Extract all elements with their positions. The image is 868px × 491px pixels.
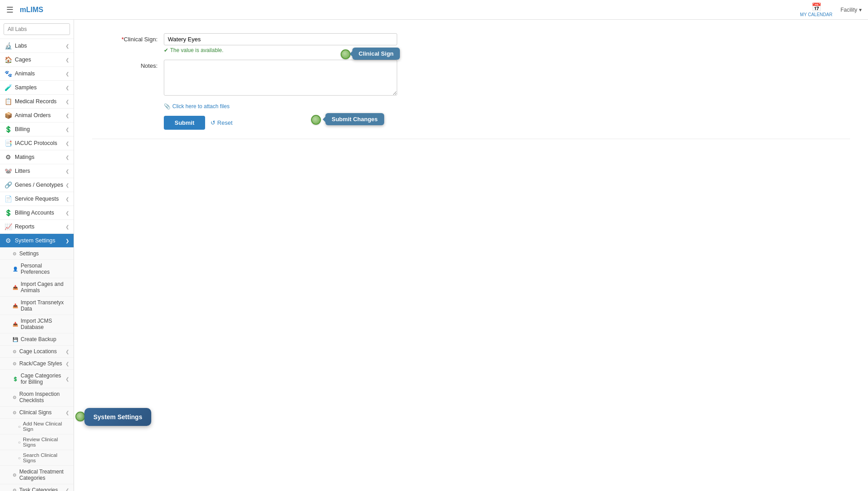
add-clinical-sign-icon: ○	[18, 424, 21, 429]
attach-files-link[interactable]: 📎 Click here to attach files	[164, 103, 397, 110]
sub-item-import-transnetyx[interactable]: 📥 Import Transnetyx Data	[0, 297, 74, 315]
sub-item-label: Settings	[19, 250, 39, 257]
medical-records-icon: 📋	[4, 98, 12, 105]
sub-item-label: Cage Locations	[19, 348, 57, 355]
litters-icon: 🐭	[4, 167, 12, 175]
sidebar-item-litters[interactable]: 🐭 Litters ❮	[0, 164, 74, 178]
sub-sub-item-label: Review Clinical Signs	[23, 437, 69, 447]
sidebar-item-cages[interactable]: 🏠 Cages ❮	[0, 53, 74, 67]
sidebar-item-billing[interactable]: 💲 Billing ❮	[0, 123, 74, 136]
sub-item-review-clinical-signs[interactable]: ○ Review Clinical Signs	[0, 434, 74, 450]
submit-connector-dot	[311, 115, 321, 125]
sub-item-label: Task Categories	[19, 487, 58, 491]
rack-cage-icon: ⚙	[13, 361, 17, 366]
sub-item-settings[interactable]: ⚙ Settings	[0, 248, 74, 260]
submit-button[interactable]: Submit	[164, 116, 205, 130]
app-title: mLIMS	[20, 6, 43, 14]
sub-item-import-jcms[interactable]: 📥 Import JCMS Database	[0, 315, 74, 333]
system-settings-icon: ⚙	[4, 237, 12, 244]
labs-icon: 🔬	[4, 42, 12, 49]
chevron-icon: ❮	[66, 71, 69, 76]
content-divider	[92, 139, 850, 139]
cages-icon: 🏠	[4, 56, 12, 63]
chevron-icon: ❮	[66, 361, 69, 366]
sidebar-item-samples[interactable]: 🧪 Samples ❮	[0, 81, 74, 95]
sidebar: 🔬 Labs ❮ 🏠 Cages ❮ 🐾 Animals ❮ 🧪 Samples	[0, 20, 74, 491]
sub-item-label: Room Inspection Checklists	[19, 391, 69, 403]
sub-item-task-categories[interactable]: ⚙ Task Categories ❮	[0, 484, 74, 491]
chevron-icon: ❮	[66, 169, 69, 174]
topbar-left: ☰ mLIMS	[6, 5, 43, 15]
sub-item-rack-cage-styles[interactable]: ⚙ Rack/Cage Styles ❮	[0, 358, 74, 370]
sidebar-item-matings[interactable]: ⚙ Matings ❮	[0, 150, 74, 164]
chevron-icon: ❮	[66, 57, 69, 62]
topbar-right: 📅 MY CALENDAR Facility ▾	[800, 2, 862, 17]
sidebar-item-label: Matings	[15, 154, 35, 160]
sidebar-item-service-requests[interactable]: 📄 Service Requests ❮	[0, 192, 74, 206]
task-categories-icon: ⚙	[13, 488, 17, 491]
sidebar-item-label: Animal Orders	[15, 112, 51, 118]
sub-item-create-backup[interactable]: 💾 Create Backup	[0, 333, 74, 346]
reset-button[interactable]: ↺ Reset	[210, 119, 232, 126]
sidebar-item-label: Service Requests	[15, 196, 59, 202]
reset-icon: ↺	[210, 119, 215, 126]
sub-item-label: Rack/Cage Styles	[19, 360, 62, 367]
chevron-icon: ❮	[66, 488, 69, 491]
sidebar-item-label: Samples	[15, 84, 37, 91]
clinical-sign-connector-dot	[341, 49, 351, 59]
sidebar-item-reports[interactable]: 📈 Reports ❮	[0, 220, 74, 234]
sidebar-item-medical-records[interactable]: 📋 Medical Records ❮	[0, 95, 74, 109]
sub-item-medical-treatment[interactable]: ⚙ Medical Treatment Categories	[0, 466, 74, 484]
sub-item-room-inspection[interactable]: ⚙ Room Inspection Checklists	[0, 388, 74, 407]
calendar-button[interactable]: 📅 MY CALENDAR	[800, 2, 833, 17]
sidebar-item-system-settings[interactable]: ⚙ System Settings ❯	[0, 234, 74, 248]
chevron-icon: ❮	[66, 183, 69, 188]
sub-item-import-cages[interactable]: 📥 Import Cages and Animals	[0, 278, 74, 297]
notes-field	[164, 60, 397, 97]
sub-item-personal-preferences[interactable]: 👤 Personal Preferences	[0, 260, 74, 278]
chevron-icon: ❮	[66, 349, 69, 354]
availability-message: ✔ The value is available.	[164, 47, 397, 53]
import-jcms-icon: 📥	[13, 322, 18, 327]
system-settings-connector-dot	[75, 412, 85, 421]
sub-item-cage-categories-billing[interactable]: 💲 Cage Categories for Billing ❮	[0, 370, 74, 388]
sub-item-cage-locations[interactable]: ⚙ Cage Locations ❮	[0, 346, 74, 358]
sub-item-label: Create Backup	[21, 336, 56, 342]
chevron-icon: ❮	[66, 210, 69, 215]
sub-item-add-new-clinical-sign[interactable]: ○ Add New Clinical Sign	[0, 419, 74, 434]
animal-orders-icon: 📦	[4, 112, 12, 119]
search-clinical-signs-icon: ○	[18, 456, 21, 460]
clinical-sign-label: *Clinical Sign:	[92, 33, 164, 43]
sub-item-clinical-signs[interactable]: ⚙ Clinical Signs ❮	[0, 407, 74, 419]
clinical-sign-row: *Clinical Sign: ✔ The value is available…	[92, 33, 850, 53]
sidebar-item-iacuc[interactable]: 📑 IACUC Protocols ❮	[0, 136, 74, 150]
sub-item-label: Import JCMS Database	[21, 318, 69, 330]
review-clinical-signs-icon: ○	[18, 440, 21, 445]
system-settings-sub-items: ⚙ Settings 👤 Personal Preferences 📥 Impo…	[0, 248, 74, 491]
sidebar-item-label: System Settings	[15, 237, 55, 244]
sidebar-item-billing-accounts[interactable]: 💲 Billing Accounts ❮	[0, 206, 74, 220]
sidebar-search-input[interactable]	[4, 23, 70, 35]
genes-icon: 🔗	[4, 181, 12, 189]
sidebar-item-animals[interactable]: 🐾 Animals ❮	[0, 67, 74, 81]
personal-preferences-icon: 👤	[13, 267, 18, 272]
sidebar-item-label: Billing	[15, 126, 30, 132]
sidebar-item-genes[interactable]: 🔗 Genes / Genotypes ❮	[0, 178, 74, 192]
clinical-signs-icon: ⚙	[13, 410, 17, 415]
notes-textarea[interactable]	[164, 60, 397, 96]
paperclip-icon: 📎	[164, 103, 171, 110]
sidebar-item-animal-orders[interactable]: 📦 Animal Orders ❮	[0, 109, 74, 123]
chevron-icon: ❮	[66, 113, 69, 118]
clinical-sign-input[interactable]	[164, 33, 397, 45]
main-content: *Clinical Sign: ✔ The value is available…	[74, 20, 868, 491]
sidebar-item-labs[interactable]: 🔬 Labs ❮	[0, 39, 74, 53]
chevron-icon: ❮	[66, 85, 69, 90]
sub-sub-item-label: Add New Clinical Sign	[23, 421, 69, 432]
facility-button[interactable]: Facility ▾	[841, 7, 862, 13]
sub-item-search-clinical-signs[interactable]: ○ Search Clinical Signs	[0, 450, 74, 466]
chevron-icon: ❮	[66, 127, 69, 132]
sidebar-item-label: Litters	[15, 168, 30, 174]
hamburger-menu[interactable]: ☰	[6, 5, 13, 15]
cage-categories-icon: 💲	[13, 377, 18, 381]
sidebar-item-label: Medical Records	[15, 98, 57, 105]
